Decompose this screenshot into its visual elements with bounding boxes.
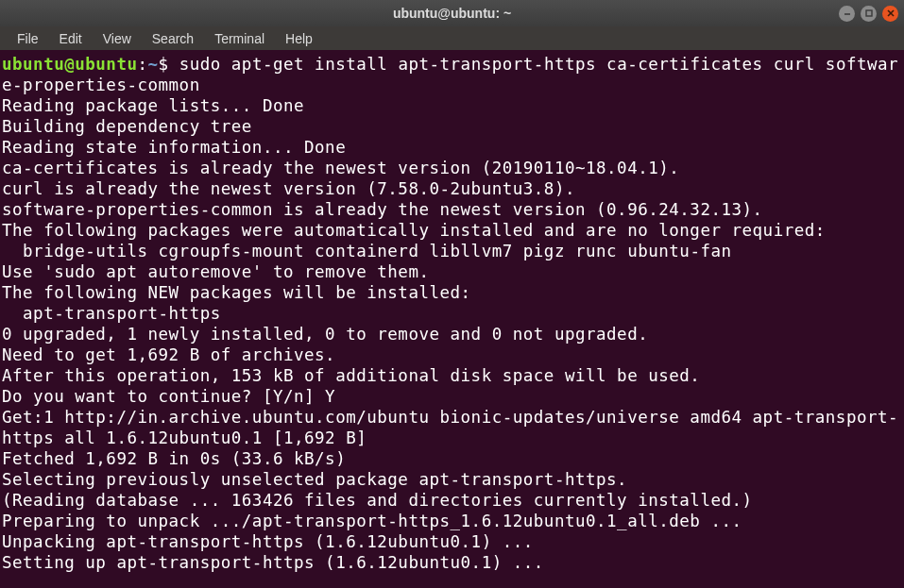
window-title: ubuntu@ubuntu: ~ [393,3,511,24]
prompt-line: ubuntu@ubuntu:~$ sudo apt-get install ap… [2,54,902,95]
output-line: ca-certificates is already the newest ve… [2,158,902,178]
output-line: Reading state information... Done [2,137,902,158]
prompt-userhost: ubuntu@ubuntu [2,55,137,74]
output-line: Do you want to continue? [Y/n] Y [2,386,902,407]
output-line: apt-transport-https [2,303,902,324]
output-line: The following NEW packages will be insta… [2,282,902,303]
output-line: Reading package lists... Done [2,95,902,116]
menu-view[interactable]: View [94,26,141,51]
menu-bar: File Edit View Search Terminal Help [0,26,904,50]
prompt-sep2: $ [159,55,179,74]
prompt-sep1: : [137,55,147,74]
output-line: Selecting previously unselected package … [2,469,902,490]
output-line: bridge-utils cgroupfs-mount containerd l… [2,241,902,261]
maximize-button[interactable] [861,6,877,22]
output-line: Get:1 http://in.archive.ubuntu.com/ubunt… [2,407,902,448]
output-line: Fetched 1,692 B in 0s (33.6 kB/s) [2,448,902,469]
output-line: Preparing to unpack .../apt-transport-ht… [2,511,902,531]
output-line: Need to get 1,692 B of archives. [2,344,902,365]
output-line: The following packages were automaticall… [2,220,902,241]
menu-file[interactable]: File [8,26,48,51]
output-line: Use 'sudo apt autoremove' to remove them… [2,261,902,282]
output-line: software-properties-common is already th… [2,199,902,220]
output-line: (Reading database ... 163426 files and d… [2,490,902,511]
menu-help[interactable]: Help [276,26,322,51]
window-controls [839,6,898,22]
menu-search[interactable]: Search [143,26,203,51]
output-line: Unpacking apt-transport-https (1.6.12ubu… [2,531,902,552]
prompt-path: ~ [148,55,159,74]
svg-rect-1 [866,10,872,16]
output-line: Setting up apt-transport-https (1.6.12ub… [2,552,902,573]
terminal-viewport[interactable]: ubuntu@ubuntu:~$ sudo apt-get install ap… [0,50,904,577]
menu-edit[interactable]: Edit [50,26,92,51]
menu-terminal[interactable]: Terminal [205,26,274,51]
output-line: After this operation, 153 kB of addition… [2,365,902,386]
output-line: Building dependency tree [2,116,902,137]
output-line: curl is already the newest version (7.58… [2,178,902,199]
window-titlebar: ubuntu@ubuntu: ~ [0,0,904,26]
close-button[interactable] [882,6,898,22]
output-line: 0 upgraded, 1 newly installed, 0 to remo… [2,324,902,344]
minimize-button[interactable] [839,6,855,22]
